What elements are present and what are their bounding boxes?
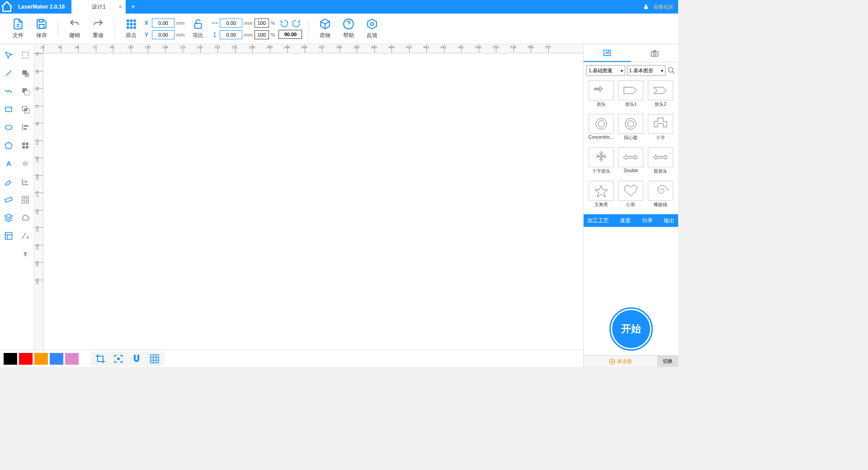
w-input[interactable] bbox=[220, 19, 242, 28]
shape-箭头2[interactable]: 箭头2 bbox=[646, 80, 675, 112]
wh-coords: mm % mm % bbox=[212, 19, 275, 39]
shape-心形[interactable]: 心形 bbox=[617, 181, 645, 212]
color-swatch[interactable] bbox=[34, 353, 48, 365]
redo-button[interactable]: 重做 bbox=[88, 18, 108, 39]
svg-point-52 bbox=[627, 121, 634, 127]
shape-Double[interactable]: Double bbox=[617, 147, 645, 179]
svg-marker-29 bbox=[5, 142, 12, 149]
select-tool[interactable] bbox=[0, 46, 17, 64]
feedback-button[interactable]: 反馈 bbox=[362, 18, 382, 39]
shape-螺旋线[interactable]: 螺旋线 bbox=[646, 181, 675, 212]
path-tool[interactable] bbox=[17, 227, 34, 245]
ellipse-tool[interactable] bbox=[0, 118, 17, 136]
canvas[interactable] bbox=[43, 53, 583, 367]
shape-箭头1[interactable]: 箭头1 bbox=[617, 80, 645, 112]
hp-input[interactable] bbox=[255, 30, 269, 39]
layers-tool[interactable] bbox=[0, 209, 17, 227]
svg-rect-21 bbox=[5, 107, 11, 112]
category-select-1[interactable]: 1.基础图案 bbox=[586, 65, 625, 76]
grid-toggle[interactable] bbox=[149, 353, 160, 364]
shape-双箭头[interactable]: 双箭头 bbox=[646, 147, 675, 179]
origin-button[interactable]: 原点 bbox=[121, 18, 141, 39]
focus-tool[interactable] bbox=[113, 353, 124, 364]
ratio-button[interactable]: 等比 bbox=[188, 18, 208, 39]
close-icon[interactable]: × bbox=[118, 3, 122, 10]
svg-point-47 bbox=[668, 67, 673, 72]
subtract-tool[interactable] bbox=[17, 82, 34, 100]
color-swatch[interactable] bbox=[19, 353, 33, 365]
wp-input[interactable] bbox=[255, 19, 269, 28]
shape-五角星[interactable]: 五角星 bbox=[587, 181, 615, 212]
marquee-tool[interactable] bbox=[17, 46, 34, 64]
svg-rect-32 bbox=[23, 146, 25, 149]
curve-tool[interactable] bbox=[0, 82, 17, 100]
layout-tool[interactable] bbox=[0, 227, 17, 245]
x-input[interactable] bbox=[152, 19, 175, 28]
switch-button[interactable]: 切换 bbox=[657, 356, 678, 367]
svg-rect-3 bbox=[39, 19, 43, 22]
right-panel: 1.基础图案 1.基本图形 箭头箭头1箭头2Concentric...同心圆十字… bbox=[583, 44, 678, 367]
help-button[interactable]: 帮助 bbox=[339, 18, 359, 39]
svg-rect-5 bbox=[130, 19, 132, 22]
width-icon bbox=[212, 20, 218, 26]
svg-rect-31 bbox=[26, 142, 28, 145]
svg-rect-39 bbox=[26, 201, 29, 203]
text-tool[interactable]: A bbox=[0, 155, 17, 173]
tab-design1[interactable]: 设计1 × bbox=[71, 0, 126, 14]
ruler-vertical: 1938587796115135154173192212231250269 bbox=[34, 53, 43, 367]
shape-Concentric...[interactable]: Concentric... bbox=[587, 114, 615, 146]
color-swatch[interactable] bbox=[65, 353, 79, 365]
laser-tool[interactable] bbox=[17, 245, 34, 263]
search-icon[interactable] bbox=[667, 66, 675, 75]
h-input[interactable] bbox=[220, 30, 242, 39]
color-swatch[interactable] bbox=[4, 353, 17, 365]
union-tool[interactable] bbox=[17, 64, 34, 82]
svg-rect-26 bbox=[23, 124, 24, 130]
community-link[interactable]: 创客社区 bbox=[654, 4, 674, 10]
line-tool[interactable] bbox=[0, 64, 17, 82]
svg-rect-12 bbox=[133, 26, 136, 28]
save-button[interactable]: 保存 bbox=[32, 18, 52, 39]
svg-point-0 bbox=[645, 5, 647, 7]
y-input[interactable] bbox=[152, 30, 175, 39]
rect-tool[interactable] bbox=[0, 100, 17, 118]
polygon-tool[interactable] bbox=[0, 136, 17, 155]
shape-十字箭头[interactable]: 十字箭头 bbox=[587, 147, 615, 179]
crop-tool[interactable] bbox=[95, 353, 106, 364]
magnet-tool[interactable] bbox=[131, 353, 142, 364]
tab-label: 设计1 bbox=[92, 3, 106, 11]
svg-rect-9 bbox=[133, 23, 136, 25]
process-header: 加工工艺 速度 功率 输出 bbox=[584, 214, 678, 227]
shape-同心圆[interactable]: 同心圆 bbox=[617, 114, 645, 146]
rotate-cw-icon[interactable] bbox=[292, 19, 301, 28]
align-left-tool[interactable] bbox=[17, 118, 34, 136]
new-tab-button[interactable]: + bbox=[127, 3, 138, 11]
cloud-tool[interactable] bbox=[17, 209, 34, 227]
mirror-tool[interactable] bbox=[17, 155, 34, 173]
shape-十字[interactable]: 十字 bbox=[646, 114, 675, 146]
svg-rect-2 bbox=[39, 24, 44, 28]
ruler-horizontal: 1938587796115135154173192212231250269288… bbox=[34, 44, 583, 53]
svg-rect-13 bbox=[195, 24, 202, 28]
rotate-ccw-icon[interactable] bbox=[280, 19, 289, 28]
intersect-tool[interactable] bbox=[17, 100, 34, 118]
grid-tool[interactable] bbox=[17, 136, 34, 155]
home-icon[interactable] bbox=[0, 0, 14, 14]
color-swatch[interactable] bbox=[50, 353, 63, 365]
chart-tool[interactable] bbox=[17, 173, 34, 191]
array-tool[interactable] bbox=[17, 191, 34, 209]
camera-tab[interactable] bbox=[631, 44, 679, 62]
shapes-tab[interactable] bbox=[584, 44, 631, 62]
svg-rect-27 bbox=[24, 125, 28, 127]
shape-箭头[interactable]: 箭头 bbox=[587, 80, 615, 112]
create-button[interactable]: 造物 bbox=[315, 18, 335, 39]
svg-rect-8 bbox=[130, 23, 132, 25]
bottom-bar bbox=[0, 350, 583, 367]
eraser-tool[interactable] bbox=[0, 173, 17, 191]
undo-button[interactable]: 撤销 bbox=[65, 18, 85, 39]
category-select-2[interactable]: 1.基本图形 bbox=[627, 65, 666, 76]
ruler-tool[interactable] bbox=[0, 191, 17, 209]
angle-input[interactable] bbox=[278, 30, 302, 39]
start-button[interactable]: 开始 bbox=[609, 307, 653, 351]
file-button[interactable]: 文件 bbox=[8, 18, 28, 39]
